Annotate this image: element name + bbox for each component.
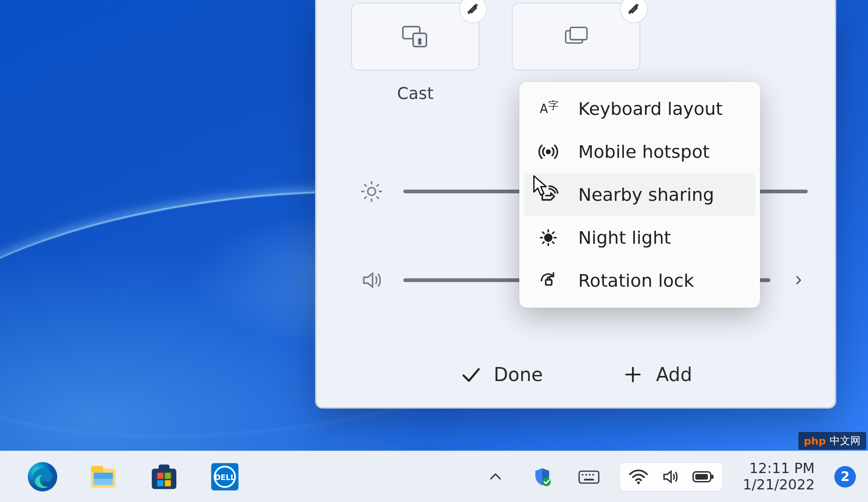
plus-icon bbox=[621, 363, 645, 386]
svg-line-30 bbox=[552, 232, 554, 233]
battery-icon bbox=[692, 469, 714, 484]
svg-line-16 bbox=[377, 184, 379, 186]
add-menu-item-rotation-lock[interactable]: Rotation lock bbox=[524, 259, 755, 302]
watermark-right: 中文网 bbox=[830, 434, 861, 448]
add-menu: A字 Keyboard layout Mobile hotspot Nearby… bbox=[519, 82, 760, 308]
add-menu-label: Keyboard layout bbox=[578, 99, 723, 119]
svg-rect-34 bbox=[91, 466, 103, 473]
volume-icon bbox=[359, 267, 385, 293]
svg-text:DELL: DELL bbox=[215, 473, 236, 482]
add-menu-item-mobile-hotspot[interactable]: Mobile hotspot bbox=[524, 130, 755, 173]
add-menu-label: Night light bbox=[578, 227, 671, 248]
add-button[interactable]: Add bbox=[610, 357, 703, 392]
check-icon bbox=[459, 363, 482, 386]
unpin-button-project[interactable] bbox=[620, 0, 648, 23]
done-button[interactable]: Done bbox=[448, 357, 554, 392]
add-menu-label: Mobile hotspot bbox=[578, 141, 710, 162]
svg-text:字: 字 bbox=[548, 99, 559, 111]
taskbar-clock[interactable]: 12:11 PM 1/21/2022 bbox=[737, 460, 820, 493]
volume-flyout-button[interactable] bbox=[789, 271, 808, 290]
watermark-left: php bbox=[804, 435, 826, 447]
taskbar-app-file-explorer[interactable] bbox=[83, 457, 123, 497]
svg-text:A: A bbox=[540, 102, 548, 116]
watermark: php 中文网 bbox=[798, 432, 866, 450]
add-menu-item-night-light[interactable]: Night light bbox=[524, 216, 755, 259]
svg-rect-39 bbox=[157, 473, 163, 479]
wifi-icon bbox=[628, 467, 649, 486]
svg-point-21 bbox=[546, 150, 550, 153]
rotation-lock-icon bbox=[537, 269, 560, 292]
svg-line-14 bbox=[377, 197, 379, 198]
unpin-icon bbox=[465, 1, 481, 17]
svg-point-22 bbox=[545, 234, 552, 241]
svg-rect-37 bbox=[152, 468, 177, 489]
add-menu-label: Rotation lock bbox=[578, 270, 694, 291]
unpin-button-cast[interactable] bbox=[459, 0, 487, 23]
quick-tile-project[interactable] bbox=[512, 3, 640, 71]
volume-icon bbox=[660, 467, 681, 486]
tray-security-button[interactable] bbox=[526, 460, 559, 493]
clock-time: 12:11 PM bbox=[743, 460, 815, 477]
night-light-icon bbox=[537, 226, 560, 249]
svg-point-53 bbox=[637, 481, 640, 484]
taskbar-app-dell[interactable]: DELL bbox=[205, 457, 245, 497]
add-menu-item-nearby-sharing[interactable]: Nearby sharing bbox=[524, 173, 755, 216]
svg-line-28 bbox=[552, 242, 554, 243]
svg-rect-55 bbox=[711, 474, 714, 479]
quick-settings-panel: Cast bbox=[315, 0, 836, 409]
clock-date: 1/21/2022 bbox=[743, 477, 815, 493]
cast-icon bbox=[401, 25, 430, 49]
chevron-up-icon bbox=[488, 469, 503, 485]
svg-line-29 bbox=[543, 242, 544, 243]
svg-rect-38 bbox=[158, 464, 169, 471]
panel-actions: Done Add bbox=[316, 356, 835, 393]
brightness-icon bbox=[359, 178, 385, 205]
svg-rect-56 bbox=[696, 474, 708, 480]
nearby-sharing-icon bbox=[537, 184, 560, 206]
add-menu-item-keyboard-layout[interactable]: A字 Keyboard layout bbox=[524, 87, 755, 130]
tray-overflow-button[interactable] bbox=[479, 460, 512, 493]
unpin-icon bbox=[626, 1, 642, 17]
svg-line-13 bbox=[365, 184, 366, 186]
add-label: Add bbox=[656, 364, 692, 385]
taskbar-app-microsoft-store[interactable] bbox=[144, 457, 184, 497]
done-label: Done bbox=[494, 364, 543, 385]
project-icon bbox=[563, 26, 590, 48]
svg-point-4 bbox=[418, 42, 421, 44]
mobile-hotspot-icon bbox=[537, 141, 560, 163]
svg-rect-40 bbox=[165, 473, 171, 479]
system-tray: 12:11 PM 1/21/2022 2 bbox=[479, 460, 868, 493]
svg-rect-41 bbox=[157, 480, 163, 486]
tray-touch-keyboard-button[interactable] bbox=[573, 460, 605, 493]
taskbar-app-edge[interactable] bbox=[22, 457, 63, 497]
svg-point-3 bbox=[418, 39, 421, 41]
svg-rect-31 bbox=[546, 280, 552, 285]
svg-rect-36 bbox=[94, 473, 113, 479]
svg-line-27 bbox=[543, 232, 544, 233]
svg-line-5 bbox=[629, 5, 638, 14]
keyboard-icon bbox=[578, 467, 600, 486]
svg-rect-7 bbox=[570, 27, 587, 39]
svg-rect-42 bbox=[165, 480, 171, 486]
svg-point-8 bbox=[368, 188, 376, 196]
chevron-right-icon bbox=[792, 274, 804, 286]
notification-count: 2 bbox=[840, 469, 849, 484]
tray-quick-settings-group[interactable] bbox=[619, 462, 723, 491]
svg-rect-47 bbox=[579, 471, 599, 483]
quick-tile-cast-label: Cast bbox=[351, 84, 480, 103]
notification-badge[interactable]: 2 bbox=[834, 466, 856, 488]
quick-tile-cast[interactable] bbox=[351, 3, 480, 71]
shield-icon bbox=[532, 467, 552, 487]
svg-line-0 bbox=[468, 5, 478, 14]
svg-line-15 bbox=[365, 197, 366, 198]
keyboard-layout-icon: A字 bbox=[537, 98, 560, 120]
taskbar-apps: DELL bbox=[0, 457, 245, 497]
add-menu-label: Nearby sharing bbox=[578, 184, 714, 205]
taskbar: DELL 12:11 PM 1/21/2022 bbox=[0, 451, 868, 502]
